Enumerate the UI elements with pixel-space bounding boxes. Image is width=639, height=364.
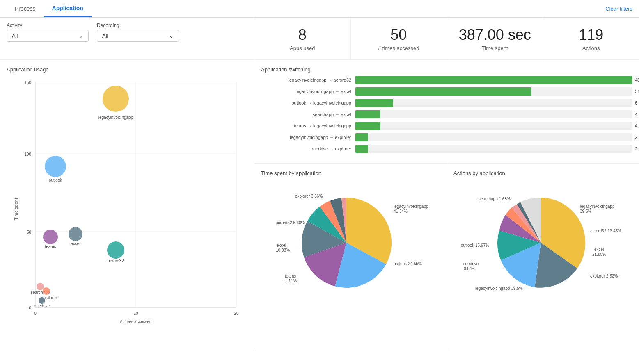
svg-text:20: 20	[234, 311, 239, 316]
tab-application[interactable]: Application	[44, 0, 92, 17]
right-panel: Application switching legacyinvoicingapp…	[254, 60, 639, 349]
time-spent-label: Time spent	[453, 45, 536, 51]
bar-pct-2: 6.67%	[635, 100, 639, 105]
clear-filters-button[interactable]: Clear filters	[605, 6, 632, 12]
svg-text:acrord32 13.45%: acrord32 13.45%	[590, 229, 621, 233]
activity-filter: Activity All ⌄	[7, 23, 89, 55]
y-axis-label: Time spent	[14, 198, 18, 220]
bubble-onedrive	[39, 297, 45, 304]
bar-label-2: outlook → legacyinvoicingapp	[261, 100, 355, 105]
svg-text:# times accessed: # times accessed	[120, 319, 151, 324]
recording-select[interactable]: All ⌄	[97, 30, 179, 42]
svg-text:excel: excel	[594, 247, 604, 252]
svg-text:searchapp 1.68%: searchapp 1.68%	[479, 197, 511, 201]
bar-row-2: outlook → legacyinvoicingapp 6.67%	[261, 99, 632, 107]
stat-times-accessed: 50 # times accessed	[351, 18, 447, 59]
app-switching-title: Application switching	[261, 66, 632, 73]
bar-track-0: 48.89%	[355, 76, 632, 84]
app-switching-section: Application switching legacyinvoicingapp…	[254, 60, 639, 163]
time-spent-chart-title: Time spent by application	[261, 170, 440, 176]
bar-row-5: legacyinvoicingapp → explorer 2.22%	[261, 133, 632, 141]
bar-label-1: legacyinvoicingapp → excel	[261, 89, 355, 94]
activity-label: Activity	[7, 23, 89, 28]
scatter-chart-svg: 0 50 100 150 0 10 20 # times accessed le…	[19, 78, 249, 332]
actions-chart-section: Actions by application	[447, 164, 639, 349]
times-accessed-label: # times accessed	[357, 45, 440, 51]
left-panel: Application usage Time spent	[0, 60, 254, 349]
main-content: Application usage Time spent	[0, 60, 639, 349]
scatter-container: Time spent 0 50	[7, 76, 247, 342]
recording-filter: Recording All ⌄	[97, 23, 179, 55]
svg-text:0.84%: 0.84%	[464, 266, 475, 271]
svg-text:50: 50	[27, 230, 32, 234]
svg-text:100: 100	[24, 152, 31, 157]
bubble-outlook	[45, 156, 66, 177]
apps-used-value: 8	[261, 26, 344, 43]
recording-label: Recording	[97, 23, 179, 28]
svg-text:teams: teams	[285, 274, 296, 278]
bar-pct-1: 31.11%	[635, 89, 639, 94]
time-spent-pie-svg: legacyinvoicingapp 41.34% outlook 24.55%…	[273, 183, 428, 302]
bar-pct-6: 2.22%	[635, 146, 639, 151]
bar-row-3: searchapp → excel 4.44%	[261, 110, 632, 118]
times-accessed-value: 50	[357, 26, 440, 43]
top-area: Activity All ⌄ Recording All ⌄ 8 Apps us…	[0, 18, 639, 60]
bar-row-1: legacyinvoicingapp → excel 31.11%	[261, 87, 632, 96]
svg-text:10: 10	[133, 311, 138, 316]
tab-process[interactable]: Process	[7, 0, 44, 17]
bar-row-4: teams → legacyinvoicingapp 4.44%	[261, 122, 632, 130]
bar-fill-6	[355, 145, 368, 153]
actions-value: 119	[550, 26, 633, 43]
bubble-teams	[43, 230, 58, 244]
svg-text:legacyinvoicingapp: legacyinvoicingapp	[580, 204, 615, 209]
svg-text:11.11%: 11.11%	[283, 279, 297, 283]
bar-pct-4: 4.44%	[635, 123, 639, 128]
bubble-acrord32	[107, 241, 124, 259]
bubble-searchapp	[37, 283, 44, 290]
stat-time-spent: 387.00 sec Time spent	[447, 18, 543, 59]
bar-track-4: 4.44%	[355, 122, 632, 130]
actions-label: Actions	[550, 45, 633, 51]
bubble-legacyinvoicingapp	[103, 86, 129, 112]
svg-text:21.85%: 21.85%	[592, 252, 606, 257]
time-spent-chart-section: Time spent by application	[254, 164, 447, 349]
svg-text:legacyinvoicingapp: legacyinvoicingapp	[98, 115, 133, 120]
bar-fill-2	[355, 99, 393, 107]
page: Process Application Clear filters Activi…	[0, 0, 639, 364]
bar-track-5: 2.22%	[355, 133, 632, 141]
svg-text:explorer 2.52%: explorer 2.52%	[590, 274, 618, 278]
svg-text:outlook: outlook	[49, 178, 62, 182]
svg-text:excel: excel	[277, 243, 286, 248]
bottom-charts: Time spent by application	[254, 163, 639, 349]
bar-fill-1	[355, 87, 531, 96]
bar-fill-4	[355, 122, 380, 130]
bar-pct-0: 48.89%	[635, 77, 639, 82]
svg-text:outlook 24.55%: outlook 24.55%	[394, 262, 422, 266]
svg-text:explorer 3.36%: explorer 3.36%	[295, 194, 323, 198]
bar-track-1: 31.11%	[355, 87, 632, 96]
bar-row-0: legacyinvoicingapp → acrord32 48.89%	[261, 76, 632, 84]
apps-used-label: Apps used	[261, 45, 344, 51]
svg-text:legacyinvoicingapp 39.5%: legacyinvoicingapp 39.5%	[475, 286, 523, 291]
chevron-down-icon-2: ⌄	[169, 33, 174, 39]
svg-text:acrord32 5.68%: acrord32 5.68%	[276, 221, 305, 225]
bar-track-6: 2.22%	[355, 145, 632, 153]
bar-row-6: onedrive → explorer 2.22%	[261, 145, 632, 153]
activity-value: All	[12, 33, 18, 39]
bubble-explorer	[43, 287, 50, 295]
bar-pct-5: 2.22%	[635, 135, 639, 140]
svg-text:150: 150	[24, 80, 31, 85]
recording-value: All	[102, 33, 108, 39]
app-usage-title: Application usage	[7, 66, 247, 73]
svg-text:onedrive: onedrive	[463, 262, 479, 266]
chevron-down-icon: ⌄	[79, 33, 83, 39]
bubble-excel	[69, 227, 82, 241]
svg-text:0: 0	[29, 306, 31, 310]
stat-apps-used: 8 Apps used	[254, 18, 351, 59]
activity-select[interactable]: All ⌄	[7, 30, 89, 42]
bar-pct-3: 4.44%	[635, 112, 639, 117]
svg-text:onedrive: onedrive	[34, 304, 50, 308]
actions-chart-title: Actions by application	[453, 170, 632, 176]
svg-text:teams: teams	[45, 244, 56, 249]
bar-label-4: teams → legacyinvoicingapp	[261, 123, 355, 128]
